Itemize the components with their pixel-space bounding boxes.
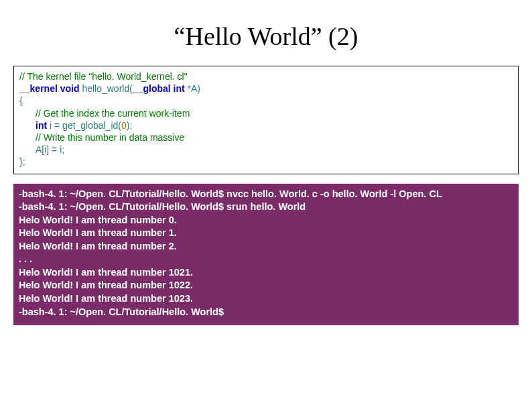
code-brace-open: { bbox=[19, 95, 23, 106]
code-block: // The kernel file "hello. World_kernel.… bbox=[13, 66, 519, 174]
code-comment-3: // Write this number in data massive bbox=[36, 132, 184, 143]
term-line: Helo World! I am thread number 1. bbox=[19, 227, 177, 238]
code-kw-kernel: __kernel bbox=[19, 83, 58, 94]
code-kw-int-2: int bbox=[36, 120, 50, 131]
term-line: Helo World! I am thread number 2. bbox=[19, 241, 177, 251]
slide-title: “Hello World” (2) bbox=[0, 0, 532, 66]
code-call-end: ); bbox=[127, 120, 133, 131]
code-kw-int: int bbox=[171, 83, 188, 94]
code-brace-close: }; bbox=[19, 156, 25, 167]
code-comment: // The kernel file "hello. World_kernel.… bbox=[19, 71, 188, 82]
code-comment-2: // Get the index the current work-item bbox=[36, 108, 190, 119]
term-line: -bash-4. 1: ~/Open. CL/Tutorial/Hello. W… bbox=[19, 306, 224, 317]
term-line: Helo World! I am thread number 0. bbox=[19, 215, 177, 225]
term-line: Helo World! I am thread number 1021. bbox=[19, 267, 193, 278]
term-line: Helo World! I am thread number 1022. bbox=[19, 280, 193, 290]
code-param: *A) bbox=[188, 83, 200, 94]
code-number: 0 bbox=[121, 120, 127, 131]
code-kw-global: __global bbox=[133, 83, 171, 94]
code-kw-void: void bbox=[58, 83, 82, 94]
term-line: . . . bbox=[19, 253, 32, 264]
code-call: i = get_global_id( bbox=[50, 120, 121, 131]
term-line: -bash-4. 1: ~/Open. CL/Tutorial/Hello. W… bbox=[19, 201, 306, 212]
terminal-output: -bash-4. 1: ~/Open. CL/Tutorial/Hello. W… bbox=[13, 184, 519, 326]
code-fn-name: hello_world( bbox=[82, 83, 132, 94]
code-assign: A[i] = i; bbox=[36, 144, 64, 155]
term-line: Helo World! I am thread number 1023. bbox=[19, 293, 193, 304]
term-line: -bash-4. 1: ~/Open. CL/Tutorial/Hello. W… bbox=[19, 188, 442, 199]
